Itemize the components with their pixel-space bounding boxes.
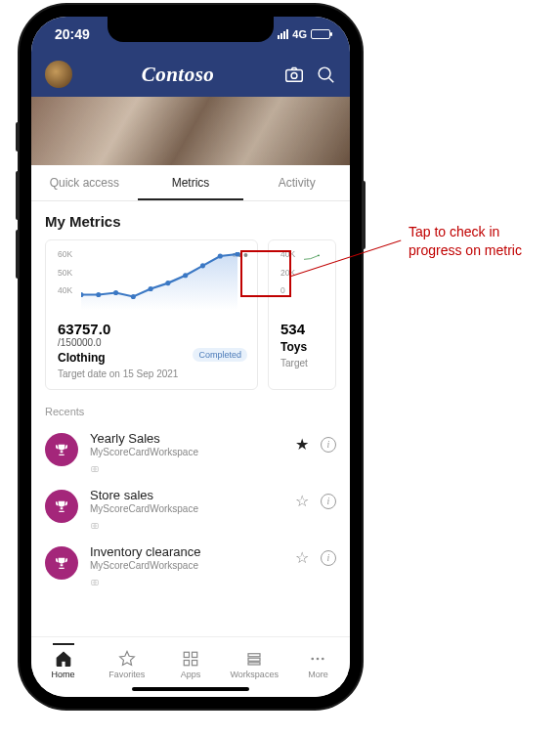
app-header: Contoso: [31, 52, 350, 97]
trophy-icon: [45, 433, 78, 466]
recents-heading: Recents: [45, 406, 336, 417]
svg-point-29: [317, 658, 320, 661]
tab-activity[interactable]: Activity: [243, 165, 350, 200]
nav-label: More: [308, 670, 328, 679]
tab-quick-access[interactable]: Quick access: [31, 165, 138, 200]
more-icon: [309, 650, 326, 668]
y-tick: 60K: [58, 250, 72, 259]
recent-meta-icon: [90, 574, 283, 591]
status-time: 20:49: [55, 26, 90, 42]
annotation-text: Tap to check in progress on metric: [409, 223, 522, 260]
battery-icon: [311, 29, 330, 39]
svg-point-18: [94, 525, 97, 528]
favorite-star-icon[interactable]: ☆: [295, 548, 309, 567]
signal-icon: [278, 29, 288, 39]
notch: [108, 17, 274, 42]
status-badge: Completed: [193, 348, 247, 362]
nav-label: Favorites: [108, 670, 145, 679]
svg-point-10: [183, 273, 188, 278]
metric-chart-peek: 40K 20K 0: [280, 250, 323, 319]
recent-subtitle: MyScoreCardWorkspace: [90, 560, 283, 571]
recent-item[interactable]: Inventory clearance MyScoreCardWorkspace…: [45, 539, 336, 595]
brand-title: Contoso: [82, 63, 274, 87]
info-icon[interactable]: i: [321, 437, 336, 453]
svg-rect-15: [92, 467, 99, 472]
svg-point-5: [96, 292, 101, 297]
metric-card-toys[interactable]: 40K 20K 0 534 Toys Target: [268, 239, 336, 390]
side-button: [16, 122, 20, 152]
nav-label: Workspaces: [231, 670, 279, 679]
svg-point-30: [322, 658, 324, 661]
search-icon[interactable]: [315, 64, 336, 85]
recent-item[interactable]: Yearly Sales MyScoreCardWorkspace ★ i: [45, 425, 336, 482]
hero-image: [31, 97, 350, 165]
svg-point-20: [94, 582, 97, 584]
svg-point-28: [312, 658, 315, 661]
recent-title: Store sales: [90, 488, 283, 502]
nav-home[interactable]: Home: [31, 643, 95, 697]
home-icon: [55, 650, 72, 668]
star-icon: [118, 650, 136, 668]
trophy-icon: [45, 490, 78, 523]
metric-target: /150000.0: [58, 337, 245, 348]
home-indicator[interactable]: [132, 687, 249, 691]
svg-point-16: [94, 468, 97, 471]
svg-rect-22: [193, 652, 197, 657]
recent-meta-icon: [90, 460, 283, 478]
svg-rect-25: [248, 654, 260, 657]
nav-label: Home: [52, 670, 75, 679]
metric-chart: 60K 50K 40K: [58, 250, 245, 319]
metric-card-clothing[interactable]: ••• 60K 50K 40K: [45, 239, 258, 390]
recent-subtitle: MyScoreCardWorkspace: [90, 447, 283, 457]
avatar[interactable]: [45, 61, 72, 88]
svg-point-11: [200, 263, 205, 268]
y-tick: 50K: [58, 269, 72, 278]
svg-point-2: [319, 67, 330, 79]
metric-name: Toys: [280, 340, 323, 354]
svg-rect-26: [248, 658, 260, 661]
svg-line-3: [329, 78, 334, 83]
svg-rect-27: [248, 663, 260, 665]
network-label: 4G: [292, 28, 307, 40]
metric-date: Target: [280, 358, 323, 368]
svg-point-14: [318, 254, 320, 256]
y-tick: 0: [280, 286, 295, 295]
svg-rect-24: [193, 661, 197, 666]
svg-rect-17: [92, 524, 99, 529]
svg-point-8: [149, 286, 153, 291]
y-tick: 40K: [58, 286, 72, 295]
nav-label: Apps: [181, 670, 201, 679]
svg-point-7: [131, 294, 136, 299]
trophy-icon: [45, 546, 78, 580]
metric-value: 534: [280, 321, 323, 337]
screen: 20:49 4G Contoso Quick access Metrics Ac…: [31, 17, 350, 697]
apps-icon: [182, 650, 199, 668]
svg-point-9: [165, 281, 170, 285]
metric-value: 63757.0: [58, 321, 245, 337]
info-icon[interactable]: i: [321, 494, 336, 509]
volume-up-button: [16, 171, 20, 220]
info-icon[interactable]: i: [321, 550, 336, 566]
phone-frame: 20:49 4G Contoso Quick access Metrics Ac…: [20, 5, 362, 709]
tabs: Quick access Metrics Activity: [31, 165, 350, 201]
svg-rect-21: [184, 652, 189, 657]
y-tick: 40K: [280, 250, 295, 259]
recent-item[interactable]: Store sales MyScoreCardWorkspace ☆ i: [45, 482, 336, 539]
volume-down-button: [16, 230, 20, 279]
svg-point-12: [218, 253, 223, 258]
tab-metrics[interactable]: Metrics: [138, 165, 244, 200]
svg-rect-19: [92, 581, 99, 585]
nav-more[interactable]: More: [286, 643, 350, 697]
svg-point-6: [113, 290, 118, 295]
section-title: My Metrics: [45, 213, 336, 230]
content-area: My Metrics ••• 60K 50K 40K: [31, 201, 350, 636]
annotation-line1: Tap to check in: [409, 223, 522, 241]
camera-icon[interactable]: [283, 64, 305, 85]
recent-subtitle: MyScoreCardWorkspace: [90, 503, 283, 514]
favorite-star-icon[interactable]: ☆: [295, 492, 309, 510]
annotation-line2: progress on metric: [409, 241, 522, 260]
workspaces-icon: [245, 650, 263, 668]
recent-title: Yearly Sales: [90, 431, 283, 446]
favorite-star-icon[interactable]: ★: [295, 435, 309, 454]
recent-title: Inventory clearance: [90, 544, 283, 559]
